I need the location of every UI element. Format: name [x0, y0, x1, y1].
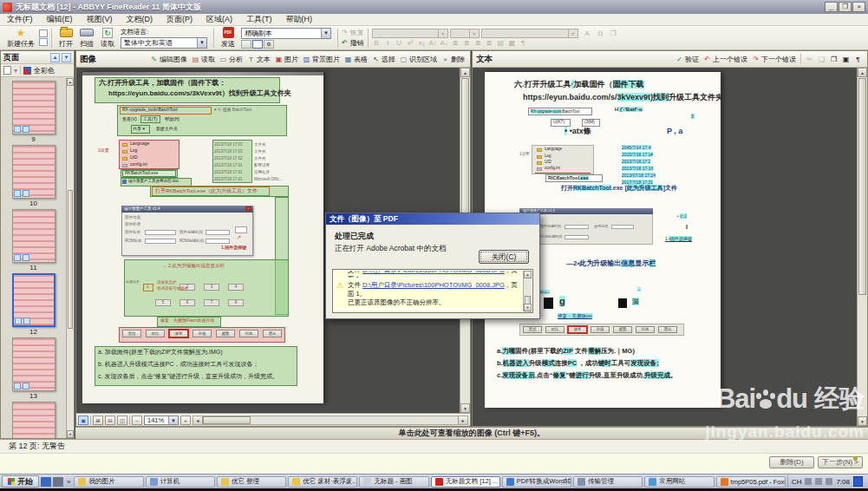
- new-task-button[interactable]: ★ 新建任务: [3, 27, 38, 49]
- previous-error-icon[interactable]: ↶ 上一个错误: [702, 54, 749, 65]
- align-left-icon[interactable]: ≣: [451, 39, 460, 47]
- minimize-button[interactable]: _: [825, 2, 838, 12]
- font-color-icon[interactable]: A: [583, 29, 592, 37]
- style-select[interactable]: [481, 29, 578, 38]
- menu-item[interactable]: 视图(V): [80, 14, 120, 25]
- taskbar-my-pictures[interactable]: 我的图片: [74, 476, 143, 488]
- line-spacing-icon[interactable]: ▤: [496, 39, 506, 47]
- verify-icon[interactable]: ✓ 验证: [674, 54, 701, 65]
- taskbar-transfer[interactable]: 传输管理: [573, 476, 643, 488]
- increase-font-icon[interactable]: A↑: [428, 39, 438, 47]
- align-right-icon[interactable]: ≣: [473, 39, 483, 47]
- options-toggle[interactable]: ⚙: [264, 40, 274, 49]
- taskbar-paint[interactable]: 无标题 - 画图: [359, 476, 428, 488]
- taskbar-pdf2word[interactable]: PDF转换成Word转换...: [502, 476, 571, 488]
- language-indicator[interactable]: CH: [792, 478, 802, 486]
- mini-page-buttons[interactable]: [39, 29, 48, 46]
- network-icon[interactable]: [853, 476, 863, 487]
- open-button[interactable]: 打开: [55, 27, 76, 49]
- text-zone-icon[interactable]: T 文本: [245, 54, 272, 65]
- taskbar-websites[interactable]: 常用网站: [644, 476, 714, 488]
- redo-button[interactable]: ↷恢复: [342, 28, 364, 37]
- page-layout-toggle[interactable]: [252, 40, 263, 49]
- page-thumbnail[interactable]: 11: [1, 209, 66, 272]
- quick-launch-icon[interactable]: [41, 477, 51, 487]
- quick-launch-expand-icon[interactable]: »: [65, 478, 72, 486]
- layout-mode-select[interactable]: 精确副本▼: [241, 28, 331, 39]
- close-dialog-button[interactable]: 关闭(C): [479, 250, 529, 264]
- fit-page-icon[interactable]: ⊞: [93, 416, 103, 425]
- page-thumbnail[interactable]: 14: [1, 402, 66, 438]
- restore-button[interactable]: ❐: [839, 2, 852, 12]
- image-horizontal-scrollbar[interactable]: ◄ ►: [193, 416, 468, 425]
- document-language-select[interactable]: 繁体中文和英语▼: [121, 37, 207, 49]
- next-error-icon[interactable]: ↷ 下一个错误: [750, 54, 798, 65]
- align-center-icon[interactable]: ≣: [462, 39, 472, 47]
- page-thumbnail[interactable]: 9: [1, 81, 66, 143]
- picture-zone-icon[interactable]: ▣ 图片: [273, 54, 300, 65]
- underline-icon[interactable]: U: [395, 39, 404, 47]
- borders-icon[interactable]: ▦: [507, 39, 517, 47]
- page-thumbnail[interactable]: 13: [1, 337, 66, 400]
- paste-special-icon[interactable]: ❐: [609, 29, 618, 37]
- tray-icon[interactable]: [826, 478, 832, 485]
- font-family-select[interactable]: [372, 29, 448, 38]
- delete-button[interactable]: 删除(D): [769, 456, 814, 468]
- thumbnail-view-icon[interactable]: [3, 66, 11, 75]
- warning-list-scrollbar[interactable]: ▲ ▼: [523, 271, 532, 311]
- edit-image-icon[interactable]: ✎ 编辑图像: [148, 54, 189, 65]
- quick-launch-icon[interactable]: [53, 477, 63, 487]
- menu-item[interactable]: 编辑(E): [40, 14, 80, 25]
- page-down-icon[interactable]: ▼: [62, 53, 71, 62]
- menu-item[interactable]: 文件(F): [0, 14, 40, 25]
- read-icon[interactable]: ▤ 读取: [190, 54, 217, 65]
- paste-icon[interactable]: ❐: [828, 55, 839, 64]
- subscript-icon[interactable]: x₂: [417, 39, 427, 47]
- table-zone-icon[interactable]: ▦ 表格: [343, 54, 369, 65]
- taskbar-folder-youta[interactable]: 优它 整理: [217, 476, 286, 488]
- start-button[interactable]: 开始: [2, 475, 39, 488]
- pages-scrollbar[interactable]: ▲ ▼: [66, 78, 74, 438]
- recognition-area-icon[interactable]: ▢ 识别区域: [398, 54, 439, 65]
- font-size-select[interactable]: [450, 29, 480, 38]
- decrease-font-icon[interactable]: A↓: [440, 39, 449, 47]
- menu-item[interactable]: 区域(A): [199, 14, 239, 25]
- image-view-icon[interactable]: ▣: [840, 55, 852, 64]
- close-button[interactable]: ×: [852, 2, 865, 12]
- fit-width-icon[interactable]: ⊟: [105, 416, 115, 425]
- bold-icon[interactable]: B: [372, 39, 382, 47]
- color-mode-label[interactable]: 全彩色: [34, 66, 55, 75]
- keep-pictures-toggle[interactable]: [241, 40, 251, 49]
- background-picture-zone-icon[interactable]: ▨ 背景图片: [301, 54, 342, 65]
- zoom-level-select[interactable]: 141%▼: [144, 416, 179, 425]
- copy-icon[interactable]: ❏: [816, 55, 827, 64]
- delete-icon[interactable]: × 删除: [440, 54, 467, 65]
- omega-icon[interactable]: Ω: [596, 29, 605, 37]
- undo-button[interactable]: ↶撤销: [342, 38, 364, 48]
- menu-item[interactable]: 页面(P): [160, 14, 199, 25]
- taskbar-folder-youta-2[interactable]: 优它 废材·表浮废...: [288, 476, 357, 488]
- text-vertical-scrollbar[interactable]: ▲ ▼: [857, 68, 867, 426]
- menu-item[interactable]: 文档(D): [120, 14, 160, 25]
- pilcrow-icon[interactable]: ¶: [852, 55, 864, 64]
- formatting-marks-icon[interactable]: ¶: [519, 39, 528, 47]
- zoom-out-icon[interactable]: −: [132, 416, 142, 425]
- taskbar-finereader[interactable]: 无标题文档 [12] ...: [431, 476, 500, 488]
- zoom-in-icon[interactable]: +: [180, 416, 191, 425]
- zoom-window-icon[interactable]: ▣: [78, 416, 88, 425]
- page-thumbnail[interactable]: 10: [1, 145, 66, 207]
- menu-item[interactable]: 工具(T): [239, 14, 279, 25]
- warning-file-link[interactable]: D:\用户目录\Pictures\100PHOTO\IMG_0008.JPG: [362, 281, 505, 289]
- cut-icon[interactable]: ✂: [804, 55, 815, 64]
- analyze-icon[interactable]: ▭ 分析: [218, 54, 245, 65]
- zoom-pane-bar[interactable]: 单击此处可查看缩放的图像 (Ctrl 键+F5)。: [75, 427, 868, 439]
- fit-height-icon[interactable]: ◫: [117, 416, 127, 425]
- align-justify-icon[interactable]: ≣: [485, 39, 494, 47]
- page-up-icon[interactable]: ▲: [50, 53, 60, 62]
- tray-icon[interactable]: [815, 478, 822, 485]
- warning-file-link[interactable]: D:\用户目录\Pictures\100PHOTO\IMG_0011.JPG: [362, 311, 504, 313]
- page-thumbnail[interactable]: 12: [1, 273, 66, 336]
- superscript-icon[interactable]: x²: [406, 39, 415, 47]
- taskbar-foxit[interactable]: tmp5P05.pdf - Foxi...: [716, 476, 786, 488]
- scan-button[interactable]: 扫描: [76, 27, 97, 49]
